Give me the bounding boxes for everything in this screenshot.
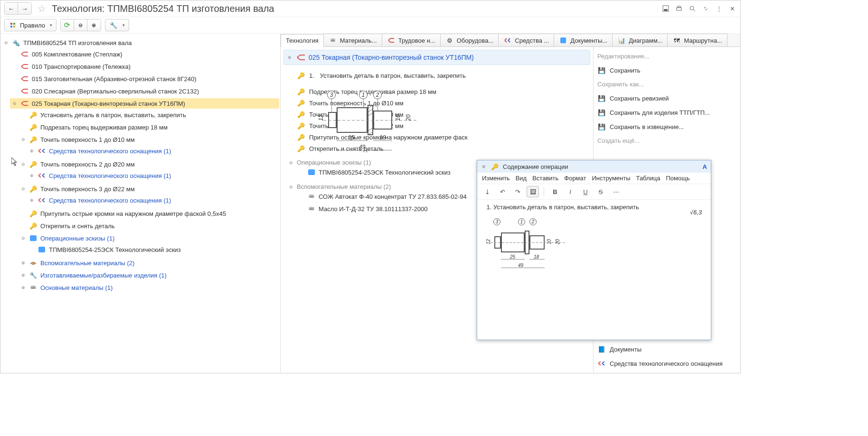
editor-italic-icon[interactable]: I (564, 186, 576, 197)
action-save-revision[interactable]: 💾Сохранить ревизией (597, 93, 736, 104)
tree-step[interactable]: ·🔑Подрезать торец выдерживая размер 18 м… (19, 122, 279, 132)
twisty-expand-icon[interactable]: ⊕ (287, 55, 292, 60)
collapse-button[interactable]: ⊖ (74, 19, 87, 31)
tree-op-015[interactable]: ·015 Заготовительная (Абразивно-отрезной… (10, 74, 279, 84)
save-icon[interactable] (661, 4, 670, 13)
twisty-expand-icon[interactable]: ⊕ (29, 198, 35, 203)
editor-bold-icon[interactable]: B (549, 186, 561, 197)
twisty-collapse-icon[interactable]: ⊖ (20, 162, 26, 167)
tree-step[interactable]: ·🔑Установить деталь в патрон, выставить,… (19, 110, 279, 120)
tools-dropdown[interactable]: 🔧 (105, 19, 129, 31)
editor-text[interactable]: Установить деталь в патрон, выставить, з… (493, 204, 639, 211)
action-tooling[interactable]: Средства технологического оснащения (597, 358, 736, 369)
twisty-expand-icon[interactable]: ⊕ (29, 148, 35, 153)
menu-format[interactable]: Формат (564, 175, 586, 182)
action-save-notice[interactable]: 💾Сохранить в извещение... (597, 121, 736, 132)
tree-op-005[interactable]: ·005 Комплектование (Степлаж) (10, 49, 279, 59)
tree-op-025[interactable]: ⊖ 025 Токарная (Токарно-винторезный стан… (10, 98, 279, 109)
editor-more-icon[interactable]: ⋯ (610, 186, 622, 197)
tree-root[interactable]: ⊖ 🔩 ТПМВI6805254 ТП изготовления вала (1, 37, 279, 48)
tree-op-010[interactable]: ·010 Транспортирование (Тележка) (10, 61, 279, 72)
tree-tooling[interactable]: ⊕Средства технологического оснащения (1) (27, 195, 279, 205)
editor-titlebar[interactable]: ⊕ 🔑 Содержание операции A (477, 160, 711, 173)
tree-step[interactable]: ·🔑Притупить острые кромки на наружном ди… (19, 208, 279, 219)
tab-diagram[interactable]: 📊Диаграмм... (612, 34, 668, 46)
link-icon[interactable] (701, 4, 710, 13)
twisty-collapse-icon[interactable]: ⊖ (12, 101, 18, 106)
svg-point-24 (309, 196, 314, 198)
svg-line-20 (368, 128, 373, 131)
menu-view[interactable]: Вид (516, 175, 527, 182)
twisty-expand-icon[interactable]: ⊕ (481, 164, 487, 169)
separator (544, 187, 544, 196)
editor-panel[interactable]: ⊕ 🔑 Содержание операции A Изменить Вид В… (477, 160, 711, 340)
tab-equipment[interactable]: ⚙Оборудова... (440, 34, 499, 46)
tab-material[interactable]: Материаль... (323, 34, 382, 46)
detail-step: 🔑Притупить острые кромки на наружном диа… (297, 131, 590, 143)
editor-redo-icon[interactable]: ↷ (511, 186, 524, 197)
tree-made-items[interactable]: ⊕🔧Изготавливаемые/разбираемые изделия (1… (19, 270, 279, 280)
menu-insert[interactable]: Вставить (532, 175, 558, 182)
menu-help[interactable]: Помощь (666, 175, 690, 182)
editor-import-icon[interactable]: ⤓ (481, 186, 493, 197)
tree-sketches[interactable]: ⊖Операционные эскизы (1) (19, 233, 279, 243)
detail-title: 025 Токарная (Токарно-винторезный станок… (309, 54, 474, 61)
refresh-button[interactable]: ⟳ (61, 19, 74, 31)
editor-underline-icon[interactable]: U (579, 186, 592, 197)
pliers-icon (20, 62, 29, 71)
menu-tools[interactable]: Инструменты (592, 175, 630, 182)
key-icon: 🔑 (29, 111, 38, 119)
twisty-expand-icon[interactable]: ⊕ (20, 285, 26, 290)
detail-header[interactable]: ⊕ 025 Токарная (Токарно-винторезный стан… (283, 50, 590, 65)
tree-base-materials[interactable]: ⊕Основные материалы (1) (19, 282, 279, 293)
back-button[interactable]: ← (5, 3, 18, 14)
tree-tooling[interactable]: ⊕Средства технологического оснащения (1) (27, 170, 279, 181)
twisty-expand-icon[interactable]: ⊕ (20, 273, 26, 278)
twisty-collapse-icon[interactable]: ⊖ (20, 137, 26, 142)
tab-documents[interactable]: Документы... (554, 34, 613, 46)
tree-sketch-item[interactable]: ·ТПМВI6805254-25ЭСК Технологический эски… (27, 244, 279, 255)
tree-step[interactable]: ⊖🔑Точить поверхность 1 до Ø10 мм (19, 134, 279, 145)
twisty-collapse-icon[interactable]: ⊖ (20, 186, 26, 191)
rule-dropdown[interactable]: Правило (4, 19, 57, 31)
twisty-collapse-icon[interactable]: ⊖ (3, 40, 9, 45)
tree-root-label: ТПМВI6805254 ТП изготовления вала (23, 39, 132, 46)
zoom-icon[interactable] (688, 4, 697, 13)
favorite-star-icon[interactable]: ☆ (38, 3, 46, 14)
menu-table[interactable]: Таблица (636, 175, 660, 182)
editor-content[interactable]: Установить деталь в патрон, выставить, з… (477, 200, 711, 340)
forward-button[interactable]: → (18, 3, 31, 14)
menu-edit[interactable]: Изменить (482, 175, 510, 182)
more-icon[interactable]: ⋮ (715, 4, 723, 13)
tab-route[interactable]: 🗺Маршрутна... (667, 34, 727, 46)
page-title: Технология: ТПМВI6805254 ТП изготовления… (52, 3, 274, 14)
print-icon[interactable] (675, 4, 683, 13)
twisty-expand-icon[interactable]: ⊕ (20, 260, 26, 265)
editor-strike-icon[interactable]: S (594, 186, 607, 197)
close-icon[interactable]: ✕ (728, 4, 736, 13)
editor-format-icon[interactable]: A (703, 163, 707, 170)
tree-step[interactable]: ⊖🔑Точить поверхность 2 до Ø20 мм (19, 159, 279, 169)
twisty-collapse-icon[interactable]: ⊖ (288, 185, 294, 189)
tree-op-020[interactable]: ·020 Слесарная (Вертикально-сверлильный … (10, 86, 279, 96)
tab-labor[interactable]: Трудовое н... (382, 34, 441, 46)
wrench-icon: 🔧 (109, 21, 118, 29)
svg-line-17 (368, 105, 373, 109)
twisty-expand-icon[interactable]: ⊕ (29, 173, 35, 178)
tree-step[interactable]: ·🔑Открепить и снять деталь (19, 221, 279, 231)
editor-image-icon[interactable]: 🖼 (527, 186, 539, 197)
action-save-ttp[interactable]: 💾Сохранить для изделия ТТП/ГТП... (597, 107, 736, 118)
tab-tooling[interactable]: Средства ... (498, 34, 554, 46)
twisty-collapse-icon[interactable]: ⊖ (288, 160, 294, 165)
tree-aux-materials[interactable]: ⊕Вспомогательные материалы (2) (19, 258, 279, 268)
expand-button[interactable]: ⊕ (87, 19, 101, 31)
action-save[interactable]: 💾Сохранить (597, 65, 736, 76)
save-ttp-icon: 💾 (597, 108, 606, 117)
tree-tooling[interactable]: ⊕Средства технологического оснащения (1) (27, 146, 279, 156)
tab-technology[interactable]: Технология (281, 34, 324, 47)
editor-undo-icon[interactable]: ↶ (496, 186, 509, 197)
doc-icon (559, 36, 567, 45)
twisty-collapse-icon[interactable]: ⊖ (20, 236, 26, 241)
action-documents[interactable]: 📘Документы (597, 343, 736, 355)
tree-step[interactable]: ⊖🔑Точить поверхность 3 до Ø22 мм (19, 184, 279, 194)
